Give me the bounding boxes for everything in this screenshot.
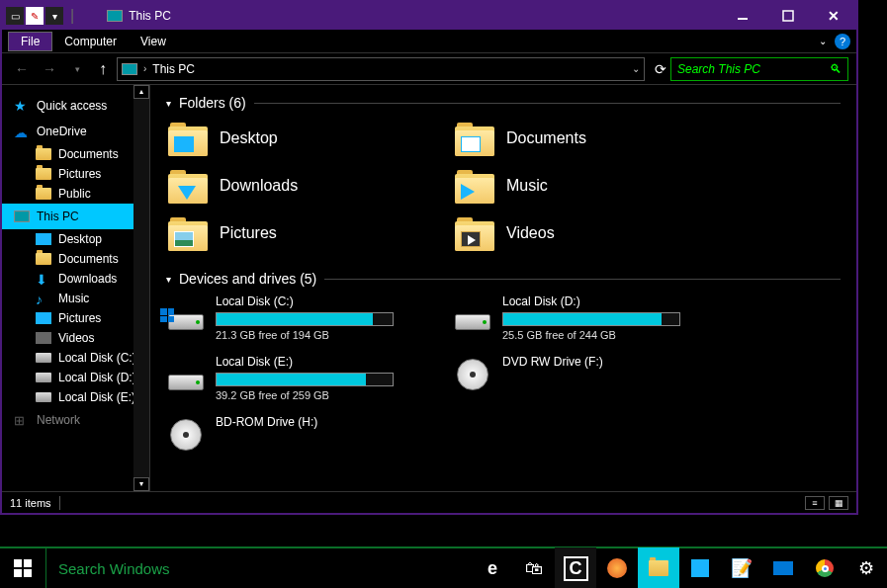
close-button[interactable]: ✕ — [811, 2, 856, 30]
drive-item[interactable]: Local Disk (C:) 21.3 GB free of 194 GB — [166, 294, 423, 341]
sidebar-item[interactable]: Pictures — [2, 308, 149, 328]
firefox-icon[interactable] — [596, 547, 638, 588]
explorer-window: ▭ ✎ ▾ | This PC ✕ File Computer View ⌄ ?… — [0, 0, 858, 515]
sidebar-item[interactable]: ♪ Music — [2, 289, 149, 308]
folder-label: Pictures — [220, 224, 277, 242]
drive-free-text: 25.5 GB free of 244 GB — [502, 329, 710, 341]
sidebar-item[interactable]: ⬇ Downloads — [2, 269, 149, 289]
icons-view-button[interactable]: ▦ — [829, 496, 848, 510]
cloud-icon: ☁ — [14, 125, 30, 138]
sidebar-scrollbar[interactable]: ▴ ▾ — [133, 85, 149, 491]
capacity-bar — [502, 312, 680, 326]
explorer-icon[interactable] — [638, 547, 679, 588]
network-icon: ⊞ — [14, 413, 30, 427]
sidebar-item[interactable]: Documents — [2, 249, 149, 269]
up-button[interactable]: ↑ — [93, 60, 113, 78]
sidebar-quick-access[interactable]: ★ Quick access — [2, 93, 149, 119]
drives-section-header[interactable]: ▾ Devices and drives (5) — [166, 271, 841, 287]
forward-button[interactable]: → — [38, 57, 61, 81]
drive-icon — [166, 294, 206, 330]
taskbar-search[interactable]: Search Windows — [45, 547, 362, 588]
qat-newfolder-icon[interactable]: ✎ — [26, 7, 44, 25]
drive-icon — [453, 355, 492, 390]
drive-info: Local Disk (C:) 21.3 GB free of 194 GB — [216, 294, 423, 341]
item-icon — [36, 332, 51, 344]
folder-item[interactable]: Documents — [453, 119, 700, 158]
start-button[interactable] — [0, 547, 45, 588]
item-icon — [36, 312, 51, 324]
qat-properties-icon[interactable]: ▭ — [6, 7, 24, 25]
sidebar-item-label: Pictures — [58, 311, 101, 325]
titlebar: ▭ ✎ ▾ | This PC ✕ — [2, 2, 856, 30]
section-rule — [254, 103, 841, 104]
folder-label: Desktop — [220, 129, 278, 147]
settings-gear-icon[interactable]: ⚙ — [845, 547, 887, 588]
taskbar-apps: e 🛍︎ C 📝 ⚙ — [472, 547, 887, 588]
folder-item[interactable]: Videos — [453, 213, 700, 253]
sidebar-item[interactable]: Documents — [2, 144, 149, 164]
help-icon[interactable]: ? — [835, 34, 850, 49]
notepad-icon[interactable]: 📝 — [721, 547, 762, 588]
folder-item[interactable]: Music — [453, 166, 700, 206]
section-title: Folders (6) — [179, 95, 246, 111]
computer-menu[interactable]: Computer — [52, 33, 129, 50]
folder-item[interactable]: Downloads — [166, 166, 413, 206]
drive-item[interactable]: DVD RW Drive (F:) — [453, 355, 710, 401]
expand-ribbon-icon[interactable]: ⌄ — [819, 36, 827, 46]
folder-icon — [36, 148, 51, 160]
minimize-button[interactable] — [720, 2, 765, 30]
scroll-down-button[interactable]: ▾ — [133, 477, 149, 491]
sidebar-item[interactable]: Local Disk (C:) — [2, 348, 149, 368]
chrome-icon[interactable] — [804, 547, 845, 588]
maximize-button[interactable] — [765, 2, 811, 30]
address-bar[interactable]: › This PC ⌄ — [117, 57, 645, 81]
scroll-up-button[interactable]: ▴ — [133, 85, 149, 99]
drive-name: Local Disk (C:) — [216, 294, 423, 308]
app-c-icon[interactable]: C — [555, 547, 596, 588]
item-icon — [36, 233, 51, 245]
sidebar-item[interactable]: Local Disk (E:) — [2, 387, 149, 407]
sidebar-onedrive[interactable]: ☁ OneDrive — [2, 119, 149, 144]
qat-dropdown-icon[interactable]: ▾ — [45, 7, 63, 25]
drive-icon — [166, 355, 206, 390]
view-menu[interactable]: View — [129, 33, 178, 50]
folder-item[interactable]: Pictures — [166, 213, 413, 253]
item-icon: ♪ — [36, 292, 51, 305]
sidebar-item-label: Downloads — [58, 272, 117, 286]
windows-logo-icon — [14, 559, 32, 577]
sidebar-network[interactable]: ⊞ Network — [2, 407, 149, 433]
drive-item[interactable]: Local Disk (D:) 25.5 GB free of 244 GB — [453, 294, 710, 341]
edge-icon[interactable]: e — [472, 547, 513, 588]
drive-item[interactable]: Local Disk (E:) 39.2 GB free of 259 GB — [166, 355, 423, 401]
file-menu[interactable]: File — [8, 32, 52, 51]
folder-icon — [455, 168, 494, 204]
status-divider — [59, 496, 60, 510]
sidebar-this-pc[interactable]: This PC — [2, 204, 149, 229]
details-view-button[interactable]: ≡ — [805, 496, 825, 510]
back-button[interactable]: ← — [10, 57, 34, 81]
folder-icon — [36, 188, 51, 200]
sidebar-item-label: Music — [58, 292, 89, 305]
sidebar-item[interactable]: Public — [2, 184, 149, 204]
app-blue-icon[interactable] — [679, 547, 721, 588]
settings-tile-icon[interactable] — [762, 547, 804, 588]
sidebar-item-label: Local Disk (D:) — [58, 371, 136, 384]
sidebar-item[interactable]: Pictures — [2, 164, 149, 184]
search-box[interactable]: Search This PC 🔍︎ — [670, 57, 848, 81]
status-item-count: 11 items — [10, 497, 51, 509]
sidebar-item[interactable]: Local Disk (D:) — [2, 368, 149, 387]
capacity-bar — [216, 312, 394, 326]
address-dropdown-icon[interactable]: ⌄ — [632, 63, 640, 74]
folder-item[interactable]: Desktop — [166, 119, 413, 158]
sidebar-item[interactable]: Desktop — [2, 229, 149, 249]
sidebar-label: Quick access — [37, 99, 107, 113]
sidebar-item[interactable]: Videos — [2, 328, 149, 348]
address-text: This PC — [152, 62, 195, 76]
store-icon[interactable]: 🛍︎ — [513, 547, 555, 588]
folders-section-header[interactable]: ▾ Folders (6) — [166, 95, 841, 111]
drive-free-text: 39.2 GB free of 259 GB — [216, 389, 423, 401]
drive-item[interactable]: BD-ROM Drive (H:) — [166, 415, 423, 451]
sidebar-label: Network — [37, 413, 80, 427]
history-dropdown-icon[interactable]: ▾ — [65, 57, 89, 81]
refresh-button[interactable]: ⟳ — [655, 61, 666, 77]
